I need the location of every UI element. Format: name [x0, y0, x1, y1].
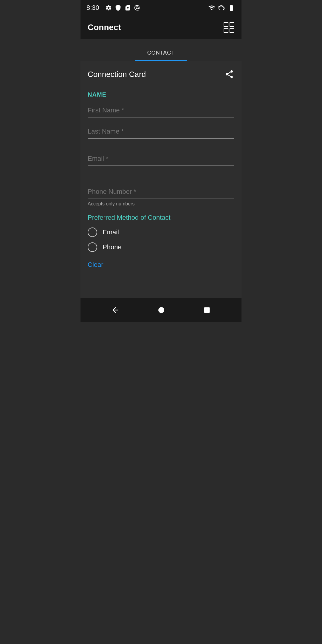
- svg-rect-1: [204, 307, 210, 313]
- recents-button[interactable]: [203, 306, 211, 314]
- wifi-icon: [208, 4, 215, 11]
- radio-email-label: Email: [103, 228, 119, 236]
- battery-icon: [227, 4, 236, 11]
- main-content: Connection Card NAME Accepts only number…: [80, 61, 242, 298]
- tab-contact[interactable]: CONTACT: [135, 45, 187, 61]
- signal-icon: [218, 4, 225, 11]
- phone-field: Accepts only numbers: [88, 185, 234, 207]
- radio-email-circle[interactable]: [88, 227, 97, 237]
- email-input[interactable]: [88, 152, 234, 166]
- radio-phone-option[interactable]: Phone: [88, 242, 234, 252]
- back-icon: [111, 306, 120, 315]
- card-header: Connection Card: [88, 61, 234, 85]
- clear-button[interactable]: Clear: [88, 258, 103, 271]
- preferred-method-label: Preferred Method of Contact: [88, 214, 234, 222]
- bottom-nav: [80, 298, 242, 322]
- share-icon[interactable]: [224, 69, 234, 79]
- tab-bar: CONTACT: [80, 39, 242, 61]
- recents-icon: [203, 306, 211, 314]
- back-button[interactable]: [111, 306, 120, 315]
- radio-email-option[interactable]: Email: [88, 227, 234, 237]
- first-name-field: [88, 103, 234, 117]
- preferred-method-section: Preferred Method of Contact Email Phone …: [88, 214, 234, 271]
- app-bar: Connect: [80, 16, 242, 39]
- grid-view-icon[interactable]: [224, 22, 234, 33]
- last-name-input[interactable]: [88, 125, 234, 139]
- home-button[interactable]: [157, 306, 166, 315]
- sim-icon: [124, 4, 131, 11]
- status-bar: 8:30: [80, 0, 242, 16]
- phone-hint: Accepts only numbers: [88, 201, 234, 207]
- status-time: 8:30: [86, 4, 99, 12]
- home-icon: [157, 306, 166, 315]
- first-name-input[interactable]: [88, 103, 234, 117]
- svg-point-0: [158, 307, 164, 313]
- shield-icon: [115, 4, 121, 11]
- name-section-label: NAME: [88, 91, 234, 98]
- radio-phone-circle[interactable]: [88, 242, 97, 252]
- gear-icon: [105, 4, 112, 11]
- radio-phone-label: Phone: [103, 243, 122, 251]
- email-field: [88, 152, 234, 166]
- phone-input[interactable]: [88, 185, 234, 199]
- status-icons-left: [105, 4, 140, 11]
- app-title: Connect: [88, 23, 121, 32]
- status-icons-right: [208, 4, 236, 11]
- last-name-field: [88, 125, 234, 139]
- card-title: Connection Card: [88, 70, 146, 79]
- at-icon: [134, 4, 140, 11]
